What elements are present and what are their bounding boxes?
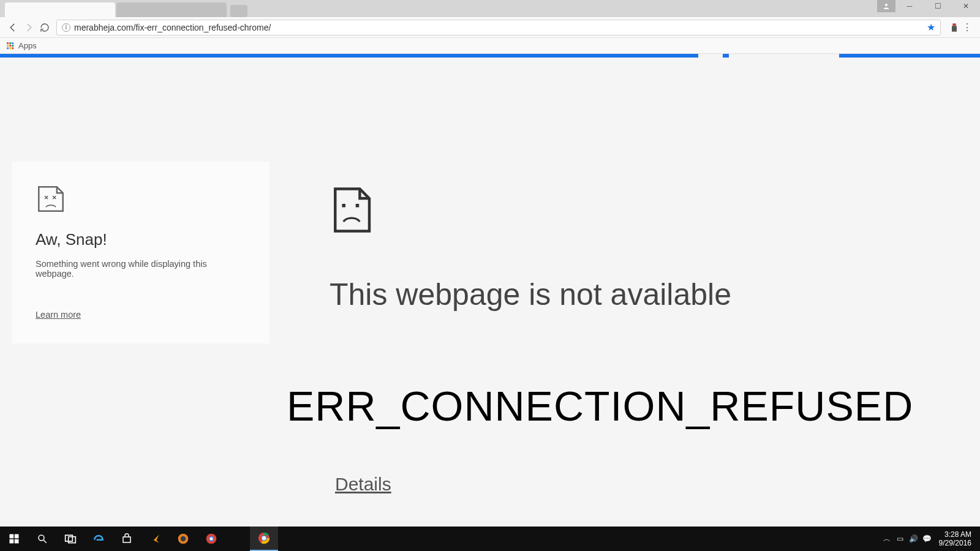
svg-rect-11 <box>12 47 13 49</box>
svg-rect-10 <box>9 47 11 49</box>
svg-rect-7 <box>9 45 11 47</box>
search-button[interactable] <box>28 527 56 551</box>
sad-document-icon-large <box>331 186 731 234</box>
svg-point-28 <box>262 536 266 540</box>
svg-point-22 <box>181 536 186 541</box>
apps-label[interactable]: Apps <box>18 41 37 50</box>
window-maximize-button[interactable]: ☐ <box>924 0 952 12</box>
clock-date: 9/29/2016 <box>939 539 971 547</box>
svg-rect-13 <box>356 204 360 208</box>
svg-rect-3 <box>7 42 9 44</box>
taskbar-store-icon[interactable] <box>113 527 141 551</box>
details-link[interactable]: Details <box>335 474 391 495</box>
svg-rect-14 <box>10 534 14 539</box>
extension-icon[interactable] <box>949 23 959 32</box>
taskbar-firefox-icon[interactable] <box>169 527 197 551</box>
svg-rect-4 <box>9 42 11 44</box>
page-content: Aw, Snap! Something went wrong while dis… <box>0 58 980 535</box>
taskbar-chrome-icon-active[interactable] <box>250 527 278 551</box>
svg-rect-12 <box>342 204 345 208</box>
error-heading: This webpage is not available <box>330 277 731 312</box>
new-tab-button[interactable] <box>230 5 247 17</box>
tray-battery-icon[interactable]: ▭ <box>894 534 907 543</box>
svg-rect-2 <box>952 26 957 31</box>
tray-overflow-icon[interactable]: ︿ <box>880 534 894 544</box>
window-close-button[interactable]: ✕ <box>952 0 980 12</box>
main-error-block: This webpage is not available <box>294 186 731 312</box>
apps-icon[interactable] <box>6 42 15 50</box>
browser-toolbar: i merabheja.com/fix-err_connection_refus… <box>0 17 980 38</box>
system-tray: ︿ ▭ 🔊 💬 3:28 AM 9/29/2016 <box>880 530 980 548</box>
bookmarks-bar: Apps <box>0 38 980 54</box>
aw-snap-title: Aw, Snap! <box>36 230 246 249</box>
chrome-menu-button[interactable]: ⋮ <box>959 21 975 33</box>
sad-document-icon <box>36 185 246 213</box>
svg-rect-5 <box>12 42 13 44</box>
svg-rect-1 <box>952 23 956 26</box>
start-button[interactable] <box>0 527 28 551</box>
svg-point-0 <box>885 4 888 6</box>
profile-icon[interactable] <box>877 0 895 12</box>
address-bar[interactable]: i merabheja.com/fix-err_connection_refus… <box>56 20 941 36</box>
tray-notifications-icon[interactable]: 💬 <box>921 534 934 543</box>
task-view-button[interactable] <box>56 527 85 551</box>
browser-tab-strip <box>0 0 980 17</box>
site-info-icon[interactable]: i <box>62 23 70 32</box>
svg-point-25 <box>210 538 213 541</box>
svg-rect-8 <box>12 45 13 47</box>
windows-taskbar: ︿ ▭ 🔊 💬 3:28 AM 9/29/2016 <box>0 527 980 551</box>
taskbar-clock[interactable]: 3:28 AM 9/29/2016 <box>934 530 976 548</box>
browser-tab-active[interactable] <box>5 2 115 17</box>
svg-rect-17 <box>15 539 19 544</box>
learn-more-link[interactable]: Learn more <box>36 310 81 320</box>
taskbar-app-icon-1[interactable] <box>141 527 169 551</box>
svg-rect-6 <box>7 45 9 47</box>
aw-snap-message: Something went wrong while displaying th… <box>36 259 246 279</box>
taskbar-chrome-icon[interactable] <box>197 527 225 551</box>
svg-rect-15 <box>15 534 19 539</box>
window-minimize-button[interactable]: ─ <box>895 0 924 12</box>
error-code: ERR_CONNECTION_REFUSED <box>287 382 913 430</box>
clock-time: 3:28 AM <box>939 530 971 539</box>
tray-volume-icon[interactable]: 🔊 <box>907 534 921 543</box>
bookmark-star-icon[interactable]: ★ <box>927 21 935 33</box>
forward-button[interactable] <box>21 20 37 36</box>
url-text: merabheja.com/fix-err_connection_refused… <box>74 23 271 32</box>
taskbar-edge-icon[interactable] <box>85 527 113 551</box>
reload-button[interactable] <box>37 20 53 36</box>
aw-snap-card: Aw, Snap! Something went wrong while dis… <box>12 162 270 343</box>
svg-rect-9 <box>7 47 9 49</box>
back-button[interactable] <box>5 20 21 36</box>
svg-rect-16 <box>10 539 14 544</box>
svg-point-18 <box>39 535 44 541</box>
browser-tab-inactive[interactable] <box>116 2 227 17</box>
